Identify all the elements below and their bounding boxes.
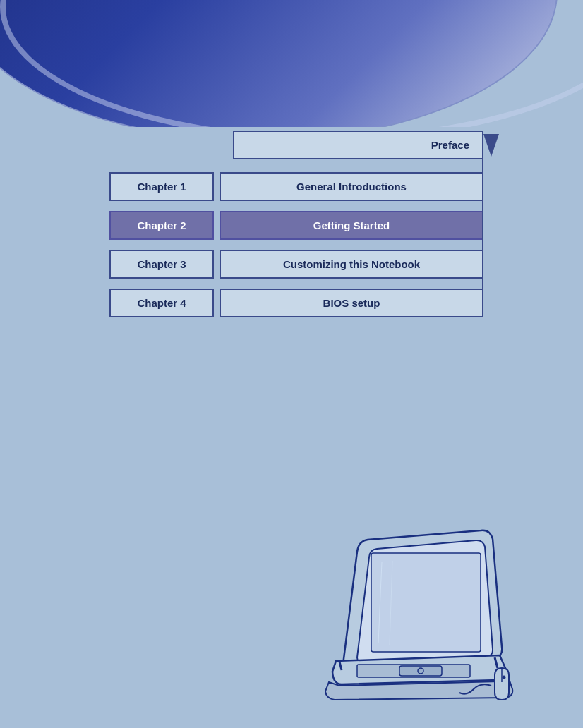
chapter-2-row[interactable]: Chapter 2 Getting Started — [109, 211, 483, 240]
decorative-arc — [0, 0, 583, 127]
svg-rect-3 — [399, 666, 442, 676]
chapter-4-label: Chapter 4 — [109, 289, 214, 317]
svg-rect-1 — [371, 553, 481, 652]
preface-row: Preface — [109, 131, 483, 159]
preface-box[interactable]: Preface — [233, 131, 483, 159]
toc-chapters: Chapter 1 General Introductions Chapter … — [109, 172, 483, 317]
chapter-4-title: BIOS setup — [220, 289, 483, 317]
chapter-1-row[interactable]: Chapter 1 General Introductions — [109, 172, 483, 201]
laptop-illustration — [301, 509, 541, 707]
chapter-2-label: Chapter 2 — [109, 211, 214, 240]
chapter-3-label: Chapter 3 — [109, 250, 214, 279]
svg-point-10 — [503, 676, 506, 679]
chapter-3-row[interactable]: Chapter 3 Customizing this Notebook — [109, 250, 483, 279]
chapter-4-row[interactable]: Chapter 4 BIOS setup — [109, 289, 483, 317]
preface-arrow-icon — [483, 134, 499, 157]
right-connector-line — [482, 159, 483, 305]
svg-marker-0 — [483, 134, 499, 157]
chapter-1-title: General Introductions — [220, 172, 483, 201]
preface-label: Preface — [431, 139, 469, 151]
chapter-1-label: Chapter 1 — [109, 172, 214, 201]
chapter-2-title: Getting Started — [220, 211, 483, 240]
chapter-3-title: Customizing this Notebook — [220, 250, 483, 279]
table-of-contents: Preface Chapter 1 General Introductions … — [109, 131, 483, 327]
